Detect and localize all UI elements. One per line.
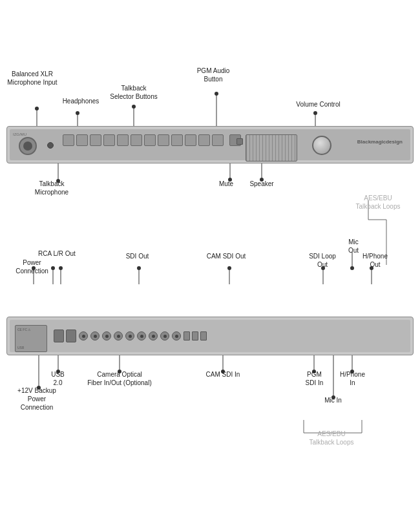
- label-cam-sdi-out: CAM SDI Out: [204, 252, 249, 260]
- sdi-pgm-group: [172, 331, 181, 340]
- bnc-2: [90, 331, 100, 340]
- tb-btn-11: [198, 134, 210, 146]
- label-power-conn: PowerConnection: [14, 258, 50, 275]
- bnc-3: [102, 331, 111, 340]
- volume-knob: [312, 136, 331, 155]
- svg-point-3: [76, 111, 79, 115]
- label-volume-control: Volume Control: [294, 100, 342, 109]
- svg-point-20: [350, 266, 354, 270]
- label-usb20: USB2.0: [47, 370, 69, 387]
- speaker-grille: [246, 134, 297, 162]
- svg-point-26: [51, 266, 55, 270]
- label-aesebu-bottom: AES/EBUTalkback Loops: [306, 430, 357, 446]
- label-camera-optical: Camera OpticalFiber In/Out (Optional): [87, 370, 152, 387]
- cam-bnc-group-5: [125, 331, 134, 340]
- label-aesebu-top: AES/EBUTalkback Loops: [352, 194, 404, 211]
- tb-btn-10: [185, 134, 196, 146]
- small-conn-3: [200, 331, 207, 340]
- rear-panel-inner: CE FC ⚠ USB: [10, 320, 410, 352]
- tb-btn-3: [90, 134, 101, 146]
- xlr-socket: [19, 137, 37, 155]
- talkback-buttons: [63, 134, 241, 146]
- label-cam-sdi-in: CAM SDI In: [200, 370, 246, 379]
- headphone-jack: [47, 142, 54, 149]
- svg-point-1: [35, 107, 39, 110]
- svg-point-9: [313, 111, 317, 115]
- bnc-8: [160, 331, 169, 340]
- label-headphones: Headphones: [61, 97, 100, 105]
- bnc-pgm: [172, 331, 181, 340]
- tb-btn-1: [63, 134, 74, 146]
- label-balanced-xlr: Balanced XLRMicrophone Input: [6, 70, 58, 87]
- power-section: CE FC ⚠ USB: [15, 325, 47, 352]
- front-panel-top: IZG/MU: [6, 126, 414, 163]
- label-mic-in: Mic In: [322, 396, 344, 404]
- label-pgm-sdi-in: PGMSDI In: [300, 370, 329, 387]
- tb-btn-6: [131, 134, 142, 146]
- tb-btn-5: [117, 134, 129, 146]
- label-talkback-selector: TalkbackSelector Buttons: [105, 84, 163, 101]
- cam-group-1: [54, 330, 76, 342]
- front-panel-top-inner: IZG/MU: [10, 129, 410, 160]
- label-pgm-audio: PGM AudioButton: [191, 67, 236, 83]
- bnc-7: [149, 331, 158, 340]
- cam-bnc-group-7: [149, 331, 158, 340]
- cam-bnc-group-3: [102, 331, 111, 340]
- diagram-container: IZG/MU: [0, 0, 420, 513]
- bnc-6: [137, 331, 146, 340]
- label-mute: Mute: [213, 180, 239, 188]
- label-hphone-out: H/PhoneOut: [361, 252, 390, 269]
- label-hphone-in: H/PhoneIn: [338, 370, 367, 387]
- fiber-port-1: [54, 330, 64, 342]
- svg-point-34: [227, 266, 231, 270]
- small-conn-2: [192, 331, 198, 340]
- small-conn-group: [184, 331, 207, 340]
- blackmagic-logo: Blackmagicdesign: [357, 139, 403, 145]
- svg-point-32: [137, 266, 141, 270]
- cam-bnc-group-8: [160, 331, 169, 340]
- tb-btn-7: [144, 134, 156, 146]
- label-plus12v: +12V BackupPower Connection: [14, 386, 59, 412]
- label-rca-lr-out: RCA L/R Out: [37, 249, 76, 258]
- label-sdi-loop-out: SDI LoopOut: [306, 252, 339, 269]
- label-talkback-mic: TalkbackMicrophone: [29, 180, 74, 196]
- tb-btn-8: [158, 134, 169, 146]
- cam-bnc-group-2: [90, 331, 100, 340]
- tb-btn-2: [76, 134, 88, 146]
- cam-bnc-group-1: [79, 331, 88, 340]
- tb-btn-9: [171, 134, 183, 146]
- svg-point-28: [59, 266, 63, 270]
- tb-btn-12: [212, 134, 224, 146]
- xlr-inner: [23, 141, 32, 151]
- cam-bnc-group-4: [114, 331, 123, 340]
- mute-button: [236, 138, 243, 145]
- fiber-port-2: [66, 330, 76, 342]
- bnc-5: [125, 331, 134, 340]
- cam-bnc-group-6: [137, 331, 146, 340]
- rear-panel-bottom: CE FC ⚠ USB: [6, 317, 414, 355]
- label-speaker: Speaker: [246, 180, 278, 188]
- panel-id-label: IZG/MU: [13, 132, 26, 136]
- bnc-4: [114, 331, 123, 340]
- tb-btn-4: [103, 134, 115, 146]
- bnc-1: [79, 331, 88, 340]
- svg-point-5: [132, 105, 136, 109]
- svg-point-7: [215, 92, 218, 96]
- label-sdi-out: SDI Out: [120, 252, 155, 260]
- small-conn-1: [184, 331, 190, 340]
